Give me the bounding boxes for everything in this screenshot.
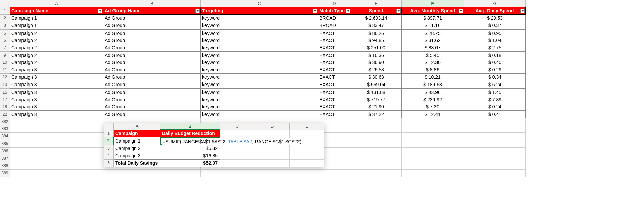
inner-column-header-B[interactable]: B [160, 123, 220, 130]
inner-row-header-1[interactable]: 1 [104, 130, 114, 137]
cell-F388[interactable] [402, 162, 464, 170]
cell-A18[interactable]: Campaign 3 [10, 103, 103, 111]
table-header-G[interactable]: Avg. Daily Spend [464, 7, 526, 15]
cell-G3[interactable]: $ 0.37 [464, 22, 526, 30]
cell-B5[interactable]: Ad Group [103, 30, 201, 37]
cell-G384[interactable] [464, 133, 526, 140]
column-header-A[interactable]: A [10, 0, 103, 7]
filter-dropdown-icon[interactable] [520, 9, 525, 13]
cell-F383[interactable] [402, 125, 464, 133]
inner-header-D[interactable] [255, 130, 290, 137]
cell-E389[interactable] [351, 170, 402, 177]
cell-A17[interactable]: Campaign 3 [10, 96, 103, 103]
cell-A11[interactable]: Campaign 3 [10, 66, 103, 74]
table-header-B[interactable]: Ad Group Name [103, 7, 201, 15]
cell-G17[interactable]: $ 7.89 [464, 96, 526, 103]
cell-F5[interactable]: $ 28.75 [402, 30, 464, 37]
cell-A385[interactable] [10, 140, 103, 148]
cell-G388[interactable] [464, 162, 526, 170]
cell-A10[interactable]: Campaign 2 [10, 59, 103, 66]
cell-D15[interactable]: EXACT [318, 89, 351, 96]
cell-A382[interactable] [10, 118, 103, 125]
cell-E6[interactable]: $ 94.85 [351, 37, 402, 44]
inner-cell-D3[interactable] [255, 145, 290, 152]
inner-select-all-corner[interactable] [104, 123, 114, 130]
row-header-17[interactable]: 17 [0, 96, 10, 103]
cell-F387[interactable] [402, 155, 464, 162]
cell-F3[interactable]: $ 11.16 [402, 22, 464, 30]
summary-spreadsheet[interactable]: ABCDE1CampaignDaily Budget Reduction2Cam… [104, 123, 324, 167]
filter-dropdown-icon[interactable] [346, 9, 350, 13]
table-header-F[interactable]: Avg. Monthly Spend [402, 7, 464, 15]
cell-D10[interactable]: EXACT [318, 59, 351, 66]
cell-A389[interactable] [10, 170, 103, 177]
filter-dropdown-icon[interactable] [459, 9, 463, 13]
cell-C6[interactable]: keyword [201, 37, 318, 44]
cell-A388[interactable] [10, 162, 103, 170]
row-header-11[interactable]: 11 [0, 66, 10, 74]
row-header-383[interactable]: 383 [0, 125, 10, 133]
cell-A13[interactable]: Campaign 3 [10, 81, 103, 89]
cell-B389[interactable] [103, 170, 201, 177]
cell-G2[interactable]: $ 29.53 [464, 15, 526, 22]
cell-C12[interactable]: keyword [201, 74, 318, 81]
cell-E383[interactable] [351, 125, 402, 133]
inner-cell-B5[interactable]: $52.07 [160, 160, 220, 167]
cell-G7[interactable]: $ 2.75 [464, 44, 526, 52]
row-header-388[interactable]: 388 [0, 162, 10, 170]
cell-F15[interactable]: $ 43.96 [402, 89, 464, 96]
cell-A384[interactable] [10, 133, 103, 140]
cell-B11[interactable]: Ad Group [103, 66, 201, 74]
row-header-382[interactable]: 382 [0, 118, 10, 125]
cell-F384[interactable] [402, 133, 464, 140]
row-header-385[interactable]: 385 [0, 140, 10, 148]
cell-G10[interactable]: $ 0.40 [464, 59, 526, 66]
cell-G11[interactable]: $ 0.29 [464, 66, 526, 74]
cell-E2[interactable]: $ 2,693.14 [351, 15, 402, 22]
cell-G5[interactable]: $ 0.95 [464, 30, 526, 37]
cell-G6[interactable]: $ 1.04 [464, 37, 526, 44]
cell-G18[interactable]: $ 0.24 [464, 103, 526, 111]
inner-cell-B3[interactable]: $5.32 [160, 145, 220, 152]
inner-column-header-E[interactable]: E [290, 123, 324, 130]
row-header-2[interactable]: 2 [0, 15, 10, 22]
row-header-6[interactable]: 6 [0, 37, 10, 44]
cell-C11[interactable]: keyword [201, 66, 318, 74]
inner-row-header-4[interactable]: 4 [104, 152, 114, 160]
filter-dropdown-icon[interactable] [313, 9, 317, 13]
cell-E387[interactable] [351, 155, 402, 162]
cell-A9[interactable]: Campaign 2 [10, 52, 103, 59]
inner-cell-A4[interactable]: Campaign 3 [114, 152, 160, 160]
table-header-E[interactable]: Spend [351, 7, 402, 15]
row-header-18[interactable]: 18 [0, 103, 10, 111]
cell-F9[interactable]: $ 5.45 [402, 52, 464, 59]
cell-G15[interactable]: $ 1.45 [464, 89, 526, 96]
cell-D17[interactable]: EXACT [318, 96, 351, 103]
row-header-387[interactable]: 387 [0, 155, 10, 162]
inner-cell-E5[interactable] [290, 160, 324, 167]
cell-D2[interactable]: BROAD [318, 15, 351, 22]
cell-D7[interactable]: EXACT [318, 44, 351, 52]
cell-A6[interactable]: Campaign 2 [10, 37, 103, 44]
cell-A7[interactable]: Campaign 2 [10, 44, 103, 52]
inner-column-header-C[interactable]: C [220, 123, 255, 130]
inner-cell-D4[interactable] [255, 152, 290, 160]
cell-F385[interactable] [402, 140, 464, 148]
row-header-3[interactable]: 3 [0, 22, 10, 30]
table-header-A[interactable]: Campaign Name [10, 7, 103, 15]
cell-C15[interactable]: keyword [201, 89, 318, 96]
cell-F10[interactable]: $ 12.30 [402, 59, 464, 66]
cell-F11[interactable]: $ 8.86 [402, 66, 464, 74]
row-header-13[interactable]: 13 [0, 81, 10, 89]
cell-D389[interactable] [318, 170, 351, 177]
column-header-B[interactable]: B [103, 0, 201, 7]
row-header-386[interactable]: 386 [0, 148, 10, 155]
cell-F7[interactable]: $ 83.67 [402, 44, 464, 52]
inner-header-B[interactable]: Daily Budget Reduction [160, 130, 220, 137]
cell-C389[interactable] [201, 170, 318, 177]
row-header-5[interactable]: 5 [0, 30, 10, 37]
row-header-1[interactable]: 1 [0, 7, 10, 15]
row-header-10[interactable]: 10 [0, 59, 10, 66]
cell-F389[interactable] [402, 170, 464, 177]
cell-E388[interactable] [351, 162, 402, 170]
